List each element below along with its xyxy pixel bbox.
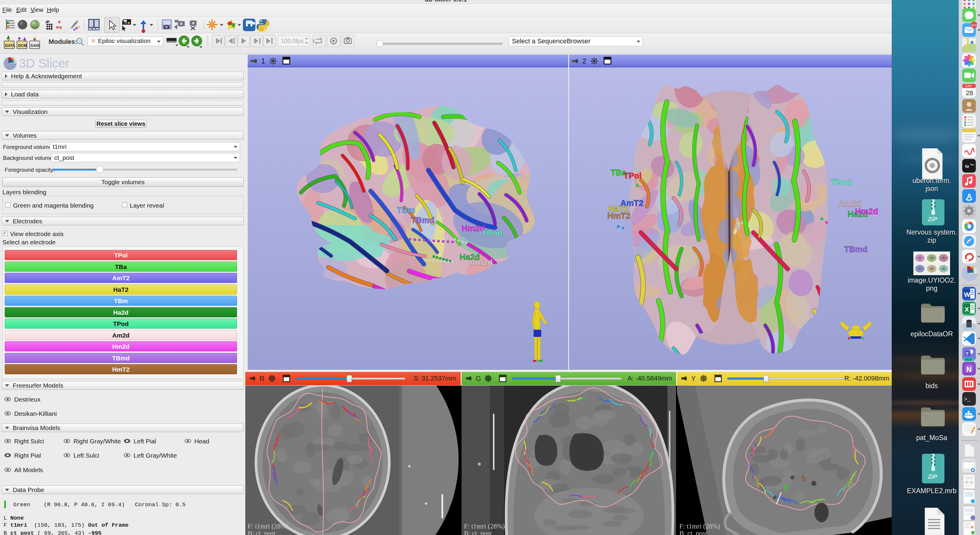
svg-text:>_: >_ <box>964 396 970 402</box>
svg-text:100.0fps: 100.0fps <box>281 38 304 44</box>
svg-text:N: N <box>966 366 971 374</box>
svg-text:SAVE: SAVE <box>30 43 40 48</box>
svg-text:G: G <box>476 375 481 383</box>
svg-text:Am2d: Am2d <box>469 258 493 267</box>
svg-text:5: 5 <box>801 474 805 483</box>
svg-text:W: W <box>964 291 970 298</box>
svg-text:2: 2 <box>582 57 586 65</box>
svg-text:ZiP: ZiP <box>928 473 937 480</box>
svg-text:5: 5 <box>784 483 788 492</box>
svg-text:TBm: TBm <box>397 206 415 215</box>
svg-text:TPod: TPod <box>482 228 503 238</box>
svg-text:R: R <box>259 375 264 383</box>
svg-text:A: A <box>967 192 972 200</box>
svg-text:Modules:: Modules: <box>49 38 77 45</box>
svg-text:28: 28 <box>966 89 973 97</box>
svg-text:T: T <box>966 351 969 356</box>
svg-text:✳: ✳ <box>58 20 61 24</box>
svg-text:tv: tv <box>965 164 969 169</box>
svg-text:TPol: TPol <box>624 171 642 180</box>
svg-text:X: X <box>965 306 969 313</box>
svg-text:✳ik: ✳ik <box>56 25 62 30</box>
svg-text:TPod: TPod <box>831 178 852 187</box>
svg-text:DCM: DCM <box>18 43 27 48</box>
svg-text:TBmd: TBmd <box>411 216 434 225</box>
svg-text:ZiP: ZiP <box>928 216 937 222</box>
svg-text:Y: Y <box>691 375 695 383</box>
svg-text:TBmd: TBmd <box>844 245 867 254</box>
svg-text:1: 1 <box>261 57 265 65</box>
svg-text:ICM: ICM <box>966 260 970 263</box>
svg-text:HmT2: HmT2 <box>607 211 630 220</box>
svg-text:Hm2d: Hm2d <box>461 224 485 233</box>
svg-text:NEW: NEW <box>965 358 972 361</box>
svg-text:JUIN: JUIN <box>965 85 971 88</box>
svg-text:6619: 6619 <box>971 24 977 27</box>
svg-text:Hm2d: Hm2d <box>855 207 878 216</box>
svg-text:DATA: DATA <box>5 43 15 48</box>
